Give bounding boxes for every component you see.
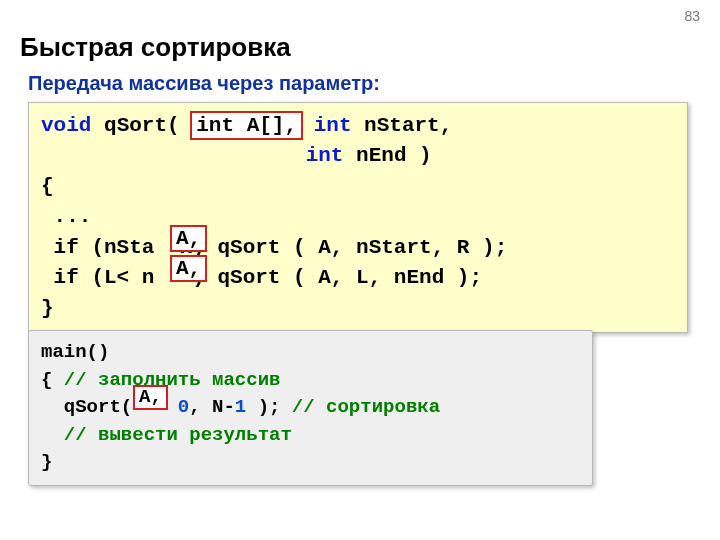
code-text: } [41,451,52,473]
number-literal: 1 [235,396,246,418]
subtitle: Передача массива через параметр: [28,72,380,95]
code-text: } [41,297,54,320]
code-text: ... [41,205,91,228]
comment: // сортировка [292,396,440,418]
code-text: nStart, [352,114,465,137]
keyword-int: int [314,114,352,137]
page-title: Быстрая сортировка [20,32,291,63]
code-text: nEnd ) [343,144,431,167]
keyword-int: int [306,144,344,167]
code-text: qSort( [91,114,192,137]
keyword-void: void [41,114,91,137]
code-block-main: main() { // заполнить массив qSort( 0, N… [28,330,593,486]
code-text: if (L< n ) qSort ( A, L, nEnd ); [41,266,482,289]
code-text: ); [246,396,292,418]
highlight-arg-a-1: A, [170,225,207,252]
code-text: { [41,175,54,198]
comment: // заполнить массив [64,369,281,391]
code-block-qsort: void qSort( int A[], int nStart, int nEn… [28,102,688,333]
code-text: { [41,369,64,391]
number-literal: 0 [178,396,189,418]
code-text: , N- [189,396,235,418]
highlight-param-array: int A[], [190,111,303,140]
highlight-arg-a-3: A, [133,385,168,410]
code-text [41,424,64,446]
comment: // вывести результат [64,424,292,446]
highlight-arg-a-2: A, [170,255,207,282]
code-text: main() [41,341,109,363]
code-text [41,144,306,167]
code-text: if (nSta R) qSort ( A, nStart, R ); [41,236,507,259]
page-number: 83 [684,8,700,24]
code-text [301,114,314,137]
